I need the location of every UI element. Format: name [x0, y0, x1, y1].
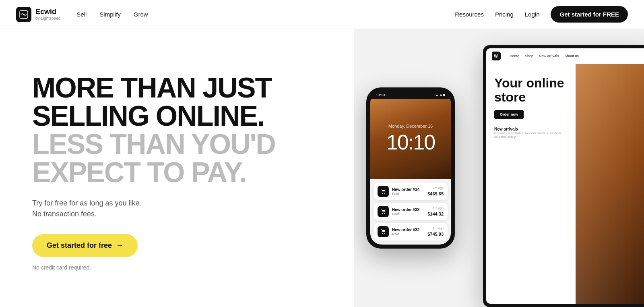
tablet-nav-about: About us: [565, 54, 579, 58]
svg-point-5: [384, 213, 385, 214]
hero-heading-line3: LESS THAN YOU'D: [32, 130, 330, 158]
notif-title-1: New order #34: [392, 187, 424, 192]
notif-time-1: 1m ago: [427, 186, 444, 190]
logo-brand: Ecwid: [35, 8, 60, 16]
svg-point-6: [382, 233, 383, 234]
svg-point-4: [382, 213, 383, 214]
tablet-nav-logo: W.: [492, 52, 501, 60]
nav-left: Ecwid by Lightspeed Sell Simplify Grow: [16, 7, 148, 22]
tablet-hero-image: [576, 64, 644, 304]
hero-cta-button[interactable]: Get started for free →: [32, 234, 138, 257]
tablet-new-arrivals-sub: Natural, comfortable, modern classics, m…: [494, 131, 568, 139]
nav-resources-link[interactable]: Resources: [455, 11, 484, 18]
hero-no-cc: No credit card required.: [32, 264, 330, 271]
nav-simplify-link[interactable]: Simplify: [99, 11, 121, 18]
notif-status-1: Paid: [392, 192, 424, 196]
phone-shell: 13:13 ▲ ● ■ Monday, December 15 10:10: [366, 87, 455, 249]
notif-meta-1: 1m ago $469.65: [427, 186, 444, 197]
svg-point-2: [382, 193, 383, 194]
logo-sub: by Lightspeed: [35, 16, 60, 21]
phone-time-display: 10:10: [386, 130, 435, 154]
nav-sell-link[interactable]: Sell: [76, 11, 87, 18]
hero-section: MORE THAN JUST SELLING ONLINE. LESS THAN…: [0, 29, 644, 307]
svg-point-3: [384, 193, 385, 194]
phone-notifications: New order #34 Paid 1m ago $469.65: [370, 179, 451, 245]
svg-point-1: [23, 14, 25, 15]
hero-subtext-line1: Try for free for as long as you like.: [32, 198, 330, 209]
phone-date: Monday, December 15: [388, 124, 433, 129]
notif-icon-2: [378, 206, 389, 217]
notif-time-2: 1m ago: [427, 206, 444, 210]
notif-icon-1: [378, 186, 389, 197]
hero-subtext-line2: No transaction fees.: [32, 209, 330, 220]
tablet-nav-arrivals: New arrivals: [539, 54, 559, 58]
tablet-nav-home: Home: [510, 54, 519, 58]
notif-amount-1: $469.65: [427, 191, 444, 196]
phone-notif-2: New order #33 Paid 1m ago $144.32: [374, 203, 448, 220]
tablet-new-arrivals-label: New arrivals: [494, 127, 568, 131]
tablet-shell: W. Home Shop New arrivals About us Your …: [483, 45, 644, 307]
logo-text: Ecwid by Lightspeed: [35, 8, 60, 21]
tablet-hero-title: Your online store: [494, 76, 568, 104]
nav-pricing-link[interactable]: Pricing: [495, 11, 514, 18]
notif-meta-2: 1m ago $144.32: [427, 206, 444, 217]
hero-heading-line1: MORE THAN JUST: [32, 74, 330, 102]
nav-login-link[interactable]: Login: [525, 11, 540, 18]
logo-icon: [16, 7, 31, 22]
hero-subtext: Try for free for as long as you like. No…: [32, 198, 330, 220]
nav-right: Resources Pricing Login Get started for …: [455, 6, 628, 23]
phone-notif-1: New order #34 Paid 1m ago $469.65: [374, 183, 448, 200]
hero-right: 13:13 ▲ ● ■ Monday, December 15 10:10: [354, 29, 644, 307]
hero-heading: MORE THAN JUST SELLING ONLINE. LESS THAN…: [32, 74, 330, 187]
hero-cta-arrow: →: [116, 241, 123, 250]
phone-notif-3: New order #32 Paid 1m ago $745.93: [374, 223, 448, 241]
tablet-screen: W. Home Shop New arrivals About us Your …: [486, 48, 644, 304]
hero-cta-label: Get started for free: [47, 241, 112, 250]
svg-point-7: [384, 233, 385, 234]
nav-left-links: Sell Simplify Grow: [76, 11, 148, 18]
tablet-hero-text: Your online store Order now New arrivals…: [486, 64, 576, 304]
nav-cta-button[interactable]: Get started for FREE: [551, 6, 628, 23]
notif-status-2: Paid: [392, 212, 424, 216]
phone-mockup: 13:13 ▲ ● ■ Monday, December 15 10:10: [366, 87, 455, 249]
navbar: Ecwid by Lightspeed Sell Simplify Grow R…: [0, 0, 644, 29]
phone-wallpaper: Monday, December 15 10:10: [370, 99, 451, 179]
hero-heading-line2: SELLING ONLINE.: [32, 102, 330, 130]
notif-title-3: New order #32: [392, 228, 424, 232]
notif-amount-3: $745.93: [427, 232, 444, 236]
nav-grow-link[interactable]: Grow: [134, 11, 148, 18]
logo-link[interactable]: Ecwid by Lightspeed: [16, 7, 60, 22]
tablet-hero: Your online store Order now New arrivals…: [486, 64, 644, 304]
tablet-nav-links: Home Shop New arrivals About us: [510, 54, 579, 58]
notif-body-2: New order #33 Paid: [392, 207, 424, 216]
tablet-nav: W. Home Shop New arrivals About us: [486, 48, 644, 64]
notif-body-1: New order #34 Paid: [392, 187, 424, 196]
notif-amount-2: $144.32: [427, 212, 444, 216]
notif-title-2: New order #33: [392, 207, 424, 212]
phone-top-bar: 13:13 ▲ ● ■: [370, 91, 451, 99]
hero-left: MORE THAN JUST SELLING ONLINE. LESS THAN…: [0, 29, 354, 307]
phone-status-icons: ▲ ● ■: [435, 93, 445, 97]
hero-heading-line4: EXPECT TO PAY.: [32, 158, 330, 187]
tablet-nav-shop: Shop: [525, 54, 533, 58]
notif-status-3: Paid: [392, 232, 424, 236]
notif-icon-3: [378, 226, 389, 237]
tablet-mockup: W. Home Shop New arrivals About us Your …: [483, 45, 644, 307]
phone-time-label: 13:13: [376, 93, 385, 97]
tablet-order-now-button[interactable]: Order now: [494, 110, 524, 119]
notif-time-3: 1m ago: [427, 226, 444, 230]
phone-screen: 13:13 ▲ ● ■ Monday, December 15 10:10: [370, 91, 451, 245]
notif-meta-3: 1m ago $745.93: [427, 226, 444, 237]
notif-body-3: New order #32 Paid: [392, 228, 424, 236]
